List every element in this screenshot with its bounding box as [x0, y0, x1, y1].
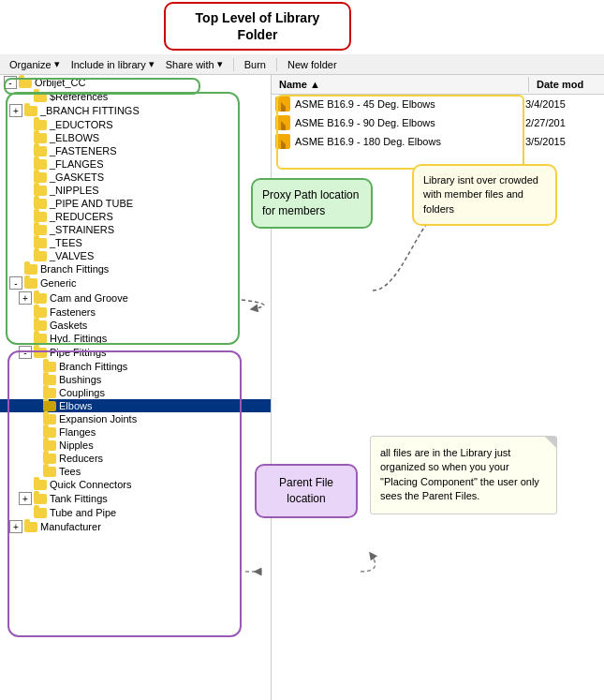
tree-node-fasteners2[interactable]: Fasteners: [0, 305, 271, 319]
include-arrow: ▾: [149, 58, 155, 70]
proxy-path-bubble: Proxy Path location for members: [251, 178, 373, 229]
root-label: Orbijet_CC: [35, 77, 85, 88]
tank-icon: [34, 494, 47, 504]
flanges-top-icon: [34, 159, 47, 170]
root-expander[interactable]: -: [4, 76, 17, 89]
quick-label: Quick Connectors: [50, 479, 131, 490]
new-folder-label: New folder: [287, 59, 337, 70]
tree-node-branch-top[interactable]: + _BRANCH FITTINGS: [0, 103, 271, 118]
tree-node-reducers-top[interactable]: _REDUCERS: [0, 210, 271, 223]
sep2: [276, 58, 277, 71]
new-folder-btn[interactable]: New folder: [284, 58, 341, 71]
nipples-top-icon: [34, 186, 47, 196]
tank-label: Tank Fittings: [50, 493, 108, 504]
generic-expander[interactable]: -: [9, 276, 22, 290]
tree-node-tees-top[interactable]: _TEES: [0, 236, 271, 249]
tree-node-root[interactable]: - Orbijet_CC: [0, 75, 271, 90]
tree-node-nipples-top[interactable]: _NIPPLES: [0, 184, 271, 197]
tree-node-generic[interactable]: - Generic: [0, 276, 271, 290]
tree-node-flanges2[interactable]: Flanges: [0, 425, 271, 439]
tree-node-reducers2[interactable]: Reducers: [0, 452, 271, 465]
nipples2-icon: [43, 440, 56, 451]
tree-node-tees2[interactable]: Tees: [0, 465, 271, 478]
tree-node-quick[interactable]: Quick Connectors: [0, 478, 271, 491]
tube-pipe-icon: [34, 508, 47, 518]
tees-top-label: _TEES: [50, 237, 82, 248]
tree-node-manufacturer[interactable]: + Manufacturer: [0, 519, 271, 534]
organize-label: Organize: [9, 59, 52, 70]
share-arrow: ▾: [217, 58, 223, 70]
flanges2-icon: [43, 427, 56, 438]
file-name-2: ASME B16.9 - 180 Deg. Elbows: [295, 136, 525, 147]
tree-node-branch2[interactable]: Branch Fittings: [0, 360, 271, 373]
branch-top-icon: [24, 106, 37, 116]
branch-top-label: _BRANCH FITTINGS: [40, 105, 140, 116]
bushings-icon: [43, 375, 56, 385]
tree-node-nipples2[interactable]: Nipples: [0, 439, 271, 452]
branch-main-label: Branch Fittings: [40, 263, 109, 275]
sep1: [233, 58, 234, 71]
cam-expander[interactable]: +: [19, 291, 32, 305]
file-row-0[interactable]: ASME B16.9 - 45 Deg. Elbows 3/4/2015: [272, 95, 604, 113]
hyd-icon: [34, 334, 47, 344]
reducers2-label: Reducers: [59, 453, 103, 464]
tree-node-branch-main[interactable]: Branch Fittings: [0, 262, 271, 276]
tree-node-references[interactable]: $References: [0, 90, 271, 103]
branch2-icon: [43, 362, 56, 372]
pipe-fittings-expander[interactable]: -: [19, 346, 32, 359]
file-name-0: ASME B16.9 - 45 Deg. Elbows: [295, 98, 525, 110]
tree-node-bushings[interactable]: Bushings: [0, 373, 271, 386]
branch-main-icon: [24, 264, 37, 275]
couplings-icon: [43, 388, 56, 398]
file-row-1[interactable]: ASME B16.9 - 90 Deg. Elbows 2/27/201: [272, 113, 604, 132]
burn-btn[interactable]: Burn: [241, 58, 270, 71]
eductors-icon: [34, 120, 47, 130]
col-date[interactable]: Date mod: [529, 77, 604, 92]
tube-pipe-label: Tube and Pipe: [50, 507, 116, 518]
valves-label: _VALVES: [50, 250, 94, 261]
all-files-text: all files are in the Library just organi…: [380, 447, 539, 501]
pipe-tube-icon: [34, 199, 47, 209]
tree-node-tank[interactable]: + Tank Fittings: [0, 491, 271, 506]
tree-node-tube-pipe[interactable]: Tube and Pipe: [0, 506, 271, 519]
tree-node-couplings[interactable]: Couplings: [0, 386, 271, 399]
tree-node-expansion[interactable]: Expansion Joints: [0, 412, 271, 425]
fasteners2-icon: [34, 307, 47, 318]
tree-node-fasteners-top[interactable]: _FASTENERS: [0, 144, 271, 157]
tree-node-gaskets-top[interactable]: _GASKETS: [0, 171, 271, 184]
tree-node-hyd[interactable]: Hyd. Fittings: [0, 332, 271, 345]
branch-expander[interactable]: +: [9, 104, 22, 117]
tree-node-cam-groove[interactable]: + Cam and Groove: [0, 290, 271, 305]
burn-label: Burn: [244, 59, 266, 70]
references-label: $References: [50, 91, 108, 102]
tank-expander[interactable]: +: [19, 492, 32, 505]
tree-node-flanges-top[interactable]: _FLANGES: [0, 157, 271, 171]
file-row-2[interactable]: ASME B16.9 - 180 Deg. Elbows 3/5/2015: [272, 132, 604, 151]
tree-node-elbows-top[interactable]: _ELBOWS: [0, 131, 271, 144]
include-library-btn[interactable]: Include in library ▾: [67, 57, 158, 71]
fasteners-top-label: _FASTENERS: [50, 145, 117, 156]
organize-btn[interactable]: Organize ▾: [6, 57, 64, 71]
flanges-top-label: _FLANGES: [50, 158, 103, 170]
library-note-bubble: Library isnt over crowded with member fi…: [412, 164, 557, 226]
col-name[interactable]: Name ▲: [272, 77, 529, 92]
tree-node-eductors[interactable]: _EDUCTORS: [0, 118, 271, 131]
tree-node-pipe-fittings[interactable]: - Pipe Fittings: [0, 345, 271, 360]
manufacturer-expander[interactable]: +: [9, 520, 22, 533]
file-icon-1: [275, 115, 290, 130]
reducers-top-label: _REDUCERS: [50, 211, 113, 222]
file-date-2: 3/5/2015: [525, 136, 600, 147]
toolbar: Organize ▾ Include in library ▾ Share wi…: [0, 54, 604, 75]
tree-node-strainers[interactable]: _STRAINERS: [0, 223, 271, 236]
manufacturer-label: Manufacturer: [40, 521, 101, 532]
nipples2-label: Nipples: [59, 439, 94, 451]
gaskets2-icon: [34, 320, 47, 331]
tree-node-gaskets2[interactable]: Gaskets: [0, 319, 271, 332]
nipples-top-label: _NIPPLES: [50, 185, 99, 196]
tree-panel[interactable]: - Orbijet_CC $References + _BRANCH FITTI…: [0, 75, 272, 700]
tree-node-pipe-tube[interactable]: _PIPE AND TUBE: [0, 197, 271, 210]
share-with-btn[interactable]: Share with ▾: [162, 57, 227, 71]
tree-node-valves[interactable]: _VALVES: [0, 249, 271, 262]
tree-node-elbows-selected[interactable]: Elbows: [0, 399, 271, 412]
col-date-label: Date mod: [537, 79, 583, 90]
